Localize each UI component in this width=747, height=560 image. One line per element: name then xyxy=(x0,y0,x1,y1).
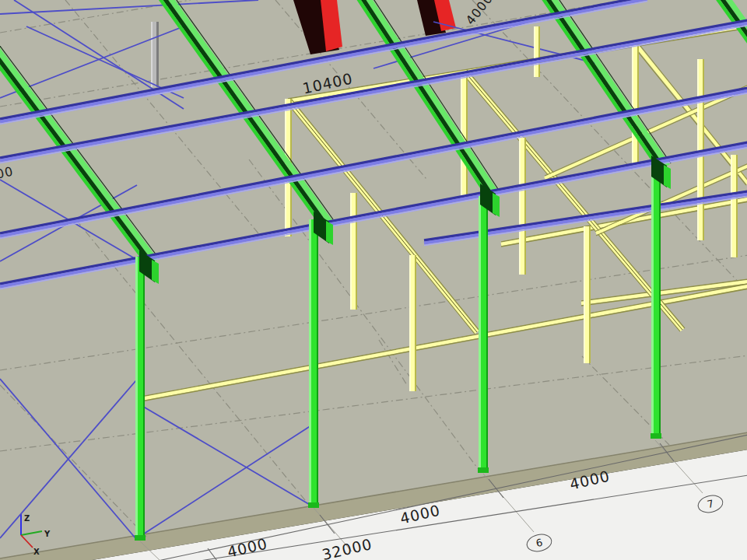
column-1 xyxy=(135,257,146,541)
axis-x-label: X xyxy=(33,548,40,556)
model-viewport[interactable]: 4000 4000 4000 32000 6 7 Z Y X xyxy=(0,0,747,560)
mezzanine-post xyxy=(632,44,639,164)
mezzanine-post xyxy=(731,155,738,257)
column-4 xyxy=(651,168,661,439)
column-3 xyxy=(478,196,489,473)
mezzanine-post xyxy=(584,226,591,363)
axis-z-label: Z xyxy=(24,514,30,523)
mezzanine-post xyxy=(519,138,526,275)
axis-y-label: Y xyxy=(44,530,51,538)
mezzanine-post xyxy=(534,26,540,77)
mezzanine-post xyxy=(409,255,416,391)
gray-post[interactable] xyxy=(151,22,159,87)
mezzanine-post xyxy=(350,193,357,310)
column-2 xyxy=(308,219,319,508)
